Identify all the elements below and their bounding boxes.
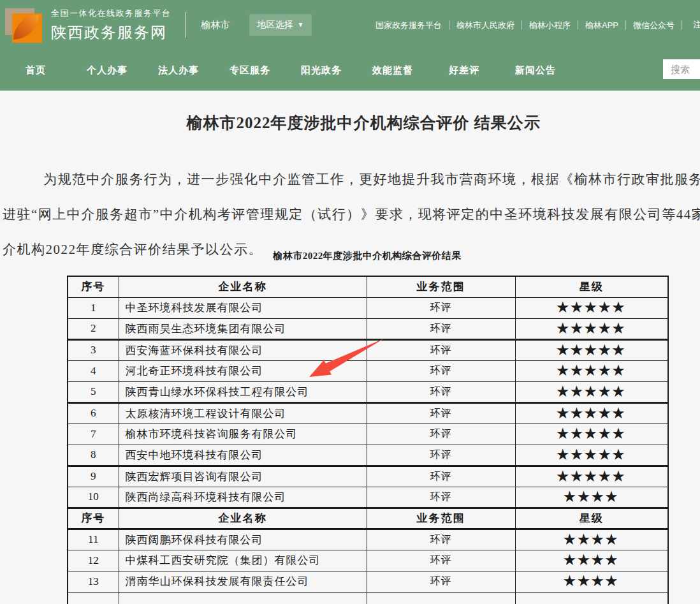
cell-company: 榆林市环境科技咨询服务有限公司 — [119, 424, 367, 445]
table-row: 10陕西尚绿高科环境科技有限公司环评★★★★ — [68, 487, 668, 508]
cell-scope: 环评 — [367, 339, 515, 360]
region-selector-button[interactable]: 地区选择 ▼ — [249, 14, 312, 36]
cell-stars: ★★★★★ — [515, 339, 668, 360]
cell-company: 渭南华山环保科技发展有限责任公司 — [119, 571, 367, 592]
cell-empty — [68, 592, 119, 604]
cell-stars: ★★★★ — [515, 571, 668, 592]
nav-item-7[interactable]: 新闻公告 — [500, 64, 571, 77]
cell-scope: 环评 — [367, 402, 515, 424]
table-header-row: 序号企业名称业务范围星级 — [68, 276, 668, 297]
table-row: 7榆林市环境科技咨询服务有限公司环评★★★★★ — [68, 424, 668, 445]
cell-scope: 环评 — [367, 487, 515, 508]
cell-empty — [119, 592, 367, 604]
brand-text: 全国一体化在线政务服务平台 陕西政务服务网 — [51, 8, 171, 43]
cell-scope: 环评 — [367, 360, 515, 381]
nav-item-6[interactable]: 好差评 — [428, 64, 500, 77]
table-row: 9陕西宏辉项目咨询有限公司环评★★★★★ — [68, 466, 668, 487]
table-caption: 榆林市2022年度涉批中介机构综合评价结果 — [67, 250, 667, 262]
top-link-0[interactable]: 国家政务服务平台 — [368, 20, 449, 30]
nav-item-5[interactable]: 效能监督 — [357, 64, 428, 77]
header-top-row: 全国一体化在线政务服务平台 陕西政务服务网 榆林市 地区选择 ▼ 国家政务服务平… — [0, 0, 700, 50]
table-row-clipped — [68, 592, 668, 604]
main-nav: 首页个人办事法人办事专区服务阳光政务效能监督好差评新闻公告 — [0, 50, 571, 91]
cell-empty — [515, 592, 668, 604]
paragraph-line: 为规范中介服务行为，进一步强化中介监管工作，更好地提升我市营商环境，根据《榆林市… — [3, 162, 700, 197]
cell-company: 中煤科工西安研究院（集团）有限公司 — [119, 550, 367, 571]
cell-rank: 8 — [68, 445, 119, 466]
cell-scope: 环评 — [367, 550, 515, 571]
header-divider — [186, 12, 186, 38]
top-link-3[interactable]: 榆林APP — [578, 20, 626, 30]
logo-orange-square — [12, 13, 42, 43]
cell-rank: 9 — [68, 466, 119, 487]
top-link-2[interactable]: 榆林小程序 — [522, 20, 578, 30]
table-row: 1中圣环境科技发展有限公司环评★★★★★ — [68, 297, 668, 318]
cell-rank: 2 — [68, 318, 119, 339]
paragraph-line: 进驻“网上中介服务超市”中介机构考评管理规定（试行）》要求，现将评定的中圣环境科… — [3, 197, 700, 232]
cell-rank: 10 — [68, 487, 119, 508]
cell-company: 中圣环境科技发展有限公司 — [119, 297, 367, 318]
cell-rank: 6 — [68, 402, 119, 424]
register-link[interactable]: 注册 — [693, 19, 700, 31]
cell-company: 西安中地环境科技有限公司 — [119, 445, 367, 466]
nav-item-2[interactable]: 法人办事 — [143, 64, 214, 77]
cell-scope: 环评 — [367, 445, 515, 466]
cell-scope: 环评 — [367, 529, 515, 550]
cell-rank: 7 — [68, 424, 119, 445]
cell-stars: ★★★★★ — [515, 402, 668, 424]
page-title: 榆林市2022年度涉批中介机构综合评价 结果公示 — [0, 112, 700, 133]
site-header: 全国一体化在线政务服务平台 陕西政务服务网 榆林市 地区选择 ▼ 国家政务服务平… — [0, 0, 700, 91]
cell-rank: 11 — [68, 529, 119, 550]
table-row: 4河北奇正环境科技有限公司环评★★★★★ — [68, 360, 668, 381]
cell-company: 陕西尚绿高科环境科技有限公司 — [119, 487, 367, 508]
evaluation-table: 序号企业名称业务范围星级1中圣环境科技发展有限公司环评★★★★★2陕西雨昊生态环… — [67, 276, 669, 604]
table-row: 2陕西雨昊生态环境集团有限公司环评★★★★★ — [68, 318, 668, 339]
cell-stars: ★★★★ — [515, 487, 668, 508]
cell-stars: ★★★★★ — [515, 445, 668, 466]
cell-stars: ★★★★★ — [515, 360, 668, 381]
search-input[interactable] — [663, 59, 700, 79]
nav-item-4[interactable]: 阳光政务 — [286, 64, 357, 77]
cell-stars: ★★★★ — [515, 550, 668, 571]
chevron-down-icon: ▼ — [298, 22, 304, 28]
table-row: 5陕西青山绿水环保科技工程有限公司环评★★★★★ — [68, 381, 668, 402]
cell-scope: 环评 — [367, 297, 515, 318]
cell-company: 陕西宏辉项目咨询有限公司 — [119, 466, 367, 487]
site-name: 陕西政务服务网 — [51, 22, 171, 43]
top-links: 国家政务服务平台榆林市人民政府榆林小程序榆林APP微信公众号注册 — [368, 0, 700, 50]
column-header-2: 业务范围 — [367, 276, 515, 297]
page: 全国一体化在线政务服务平台 陕西政务服务网 榆林市 地区选择 ▼ 国家政务服务平… — [0, 0, 700, 604]
table-row: 6太原核清环境工程设计有限公司环评★★★★★ — [68, 402, 668, 424]
cell-company: 太原核清环境工程设计有限公司 — [119, 402, 367, 424]
cell-rank: 13 — [68, 571, 119, 592]
region-selector-label: 地区选择 — [258, 19, 293, 31]
cell-stars: ★★★★★ — [515, 297, 668, 318]
cell-stars: ★★★★ — [515, 529, 668, 550]
column-header-0: 序号 — [68, 508, 119, 529]
search-box[interactable] — [663, 59, 700, 79]
top-link-1[interactable]: 榆林市人民政府 — [449, 20, 522, 30]
table-row: 11陕西阔鹏环保科技有限公司环评★★★★ — [68, 529, 668, 550]
cell-company: 陕西阔鹏环保科技有限公司 — [119, 529, 367, 550]
nav-item-1[interactable]: 个人办事 — [71, 64, 143, 77]
nav-item-0[interactable]: 首页 — [0, 64, 71, 77]
column-header-3: 星级 — [515, 276, 668, 297]
announcement-article: 榆林市2022年度涉批中介机构综合评价 结果公示 为规范中介服务行为，进一步强化… — [0, 91, 700, 604]
cell-rank: 1 — [68, 297, 119, 318]
table-row: 3西安海蓝环保科技有限公司环评★★★★★ — [68, 339, 668, 360]
cell-stars: ★★★★★ — [515, 424, 668, 445]
cell-company: 陕西雨昊生态环境集团有限公司 — [119, 318, 367, 339]
table-header-row: 序号企业名称业务范围星级 — [68, 508, 668, 529]
platform-label: 全国一体化在线政务服务平台 — [51, 8, 171, 19]
table-row: 13渭南华山环保科技发展有限责任公司环评★★★★ — [68, 571, 668, 592]
cell-rank: 3 — [68, 339, 119, 360]
cell-scope: 环评 — [367, 424, 515, 445]
nav-item-3[interactable]: 专区服务 — [214, 64, 286, 77]
cell-rank: 12 — [68, 550, 119, 571]
site-brand[interactable]: 全国一体化在线政务服务平台 陕西政务服务网 — [5, 6, 171, 44]
top-link-4[interactable]: 微信公众号 — [626, 20, 682, 30]
cell-stars: ★★★★★ — [515, 381, 668, 402]
table-row: 12中煤科工西安研究院（集团）有限公司环评★★★★ — [68, 550, 668, 571]
site-logo-icon — [5, 6, 42, 44]
column-header-2: 业务范围 — [367, 508, 515, 529]
